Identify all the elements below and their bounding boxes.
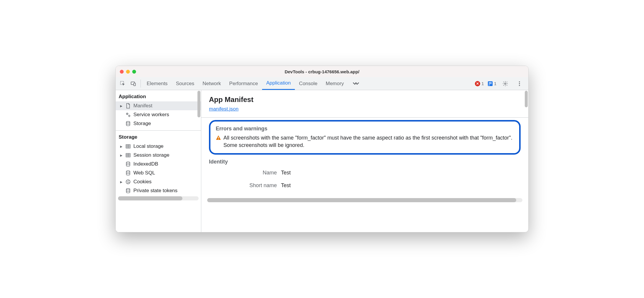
sidebar-item-label: Web SQL: [133, 170, 155, 176]
sidebar-item-label: Service workers: [133, 112, 169, 118]
svg-point-8: [519, 83, 520, 84]
database-icon: [125, 161, 131, 167]
sidebar-item-label: Private state tokens: [133, 188, 177, 194]
svg-rect-24: [218, 139, 219, 140]
devtools-window: DevTools - crbug-1476656.web.app/ Elemen…: [115, 66, 529, 232]
svg-point-12: [126, 122, 130, 123]
svg-rect-23: [218, 137, 219, 138]
content-area: Application ▶ Manifest Service workers: [116, 90, 528, 232]
sidebar-item-label: Manifest: [133, 103, 152, 109]
gears-icon: [125, 112, 131, 118]
errors-warnings-section: Errors and warnings All screenshots with…: [209, 120, 521, 155]
maximize-window-button[interactable]: [132, 70, 136, 74]
warning-icon: [216, 135, 221, 140]
sidebar-item-label: IndexedDB: [133, 161, 158, 167]
traffic-lights: [120, 70, 136, 74]
scrollbar-thumb[interactable]: [197, 91, 200, 117]
issue-count: 1: [494, 81, 496, 86]
main-horizontal-scrollbar[interactable]: [207, 198, 522, 202]
identity-key: Name: [209, 170, 277, 176]
sidebar-heading-storage: Storage: [116, 131, 201, 142]
svg-point-9: [519, 85, 520, 86]
database-icon: [125, 188, 131, 194]
toolbar-right: ✕ 1 1: [475, 77, 527, 90]
tabs-overflow-button[interactable]: [348, 77, 364, 90]
device-toolbar-icon[interactable]: [128, 77, 139, 90]
tab-console[interactable]: Console: [295, 77, 321, 90]
sidebar-item-label: Local storage: [133, 143, 164, 149]
database-icon: [125, 121, 131, 127]
toolbar-divider: [140, 80, 141, 88]
database-icon: [125, 170, 131, 176]
panel-tabs: Elements Sources Network Performance App…: [143, 77, 364, 90]
issues-badge[interactable]: 1: [488, 81, 496, 86]
chevron-right-icon: ▶: [120, 145, 123, 148]
section-divider: [201, 117, 528, 118]
warning-text: All screenshots with the same "form_fact…: [223, 134, 514, 149]
identity-value: Test: [281, 182, 291, 189]
issue-icon: [488, 81, 493, 86]
sidebar-item-label: Session storage: [133, 152, 169, 158]
chevron-right-icon: ▶: [120, 154, 123, 157]
svg-point-16: [126, 171, 130, 172]
tab-sources[interactable]: Sources: [172, 77, 198, 90]
svg-rect-5: [489, 83, 492, 84]
table-icon: [125, 143, 131, 149]
settings-button[interactable]: [500, 81, 511, 87]
errors-warnings-title: Errors and warnings: [216, 126, 514, 132]
manifest-link[interactable]: manifest.json: [209, 106, 238, 112]
sidebar-item-label: Cookies: [133, 179, 151, 185]
window-title: DevTools - crbug-1476656.web.app/: [116, 69, 528, 74]
main-panel: App Manifest manifest.json Errors and wa…: [201, 90, 528, 232]
sidebar: Application ▶ Manifest Service workers: [116, 90, 201, 232]
sidebar-item-label: Storage: [133, 121, 151, 127]
sidebar-item-manifest[interactable]: ▶ Manifest: [116, 101, 201, 110]
titlebar: DevTools - crbug-1476656.web.app/: [116, 66, 528, 77]
sidebar-item-indexeddb[interactable]: IndexedDB: [116, 160, 201, 169]
scrollbar-thumb[interactable]: [118, 196, 182, 200]
svg-rect-2: [134, 83, 135, 86]
sidebar-item-private-state-tokens[interactable]: Private state tokens: [116, 186, 201, 195]
svg-point-11: [129, 115, 130, 116]
close-window-button[interactable]: [120, 70, 124, 74]
svg-point-20: [128, 182, 128, 183]
sidebar-item-cookies[interactable]: ▶ Cookies: [116, 177, 201, 186]
tab-performance[interactable]: Performance: [225, 77, 262, 90]
svg-point-22: [126, 189, 130, 190]
svg-point-18: [127, 181, 128, 182]
svg-point-19: [128, 181, 129, 181]
identity-row-name: Name Test: [209, 170, 521, 176]
sidebar-item-storage[interactable]: Storage: [116, 119, 201, 128]
sidebar-vertical-scrollbar[interactable]: [197, 90, 201, 232]
identity-row-shortname: Short name Test: [209, 182, 521, 189]
more-menu-button[interactable]: [514, 81, 525, 87]
svg-point-6: [505, 83, 506, 84]
file-icon: [125, 103, 131, 109]
identity-value: Test: [281, 170, 291, 176]
main-toolbar: Elements Sources Network Performance App…: [116, 77, 528, 90]
svg-point-10: [127, 113, 128, 114]
svg-point-7: [519, 81, 520, 82]
scrollbar-thumb[interactable]: [207, 198, 516, 202]
sidebar-horizontal-scrollbar[interactable]: [118, 196, 199, 200]
kebab-icon: [516, 81, 522, 87]
tab-application[interactable]: Application: [262, 77, 295, 90]
tab-network[interactable]: Network: [198, 77, 225, 90]
inspect-element-icon[interactable]: [117, 77, 128, 90]
sidebar-item-websql[interactable]: Web SQL: [116, 169, 201, 177]
cookie-icon: [125, 179, 131, 185]
sidebar-item-service-workers[interactable]: Service workers: [116, 110, 201, 119]
svg-point-15: [126, 162, 130, 163]
page-title: App Manifest: [209, 95, 521, 104]
table-icon: [125, 152, 131, 158]
errors-badge[interactable]: ✕ 1: [475, 81, 484, 86]
identity-key: Short name: [209, 182, 277, 189]
sidebar-item-session-storage[interactable]: ▶ Session storage: [116, 151, 201, 160]
tab-memory[interactable]: Memory: [321, 77, 348, 90]
svg-rect-4: [489, 82, 492, 83]
tab-elements[interactable]: Elements: [143, 77, 172, 90]
minimize-window-button[interactable]: [126, 70, 130, 74]
error-icon: ✕: [475, 81, 480, 86]
main-vertical-scrollbar-thumb[interactable]: [525, 91, 528, 107]
sidebar-item-local-storage[interactable]: ▶ Local storage: [116, 142, 201, 151]
